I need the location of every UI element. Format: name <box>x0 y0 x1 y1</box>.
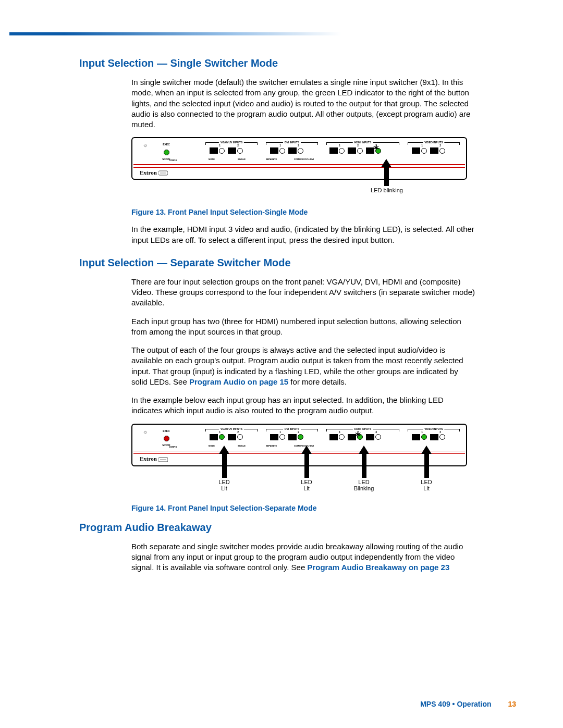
input-button[interactable] <box>412 434 420 440</box>
sublabel: MODE <box>209 445 215 447</box>
input-button[interactable] <box>366 434 374 440</box>
input-led <box>237 148 243 154</box>
config-label: CONFIG <box>169 446 177 448</box>
input-led <box>298 148 303 154</box>
input-button[interactable] <box>430 147 438 154</box>
heading-program-audio: Program Audio Breakaway <box>79 522 475 534</box>
input-led <box>339 434 345 440</box>
input-button[interactable] <box>210 147 218 154</box>
input-led <box>279 434 285 440</box>
light-icon: ☼ <box>143 429 148 435</box>
sublabel: SINGLE <box>238 445 246 447</box>
config-label: CONFIG <box>169 159 177 162</box>
page-header-bar <box>9 32 563 35</box>
input-led <box>439 148 445 154</box>
link-program-audio-breakaway[interactable]: Program Audio Breakaway on page 23 <box>307 563 449 572</box>
input-led <box>279 148 285 154</box>
arrow-label: LED Lit <box>301 479 312 491</box>
arrow-stem <box>362 454 366 478</box>
input-button[interactable] <box>228 147 236 154</box>
exec-led <box>164 436 169 441</box>
figure-caption-13: Figure 13. Front Panel Input Selection-S… <box>131 208 475 216</box>
heading-separate-mode: Input Selection — Separate Switcher Mode <box>79 257 475 269</box>
brand-logo: Extron <box>140 169 168 176</box>
arrow-icon <box>421 446 432 454</box>
paragraph: The output of each of the four groups is… <box>131 345 475 387</box>
input-button[interactable] <box>348 147 356 154</box>
arrow-label: LED Lit <box>421 479 432 491</box>
input-led <box>219 148 225 154</box>
input-led <box>339 148 345 154</box>
input-led-blinking <box>375 148 381 154</box>
input-button[interactable] <box>270 147 278 154</box>
group-label-video: VIDEO INPUTS <box>423 427 444 430</box>
front-panel-diagram-separate: ☼ EXEC MODE CONFIG Extron VGA/YUV INPUTS… <box>131 424 467 466</box>
arrow-stem <box>304 454 309 478</box>
input-button[interactable] <box>366 147 374 154</box>
arrow-label: LED blinking <box>371 187 403 193</box>
page-footer: MPS 409 • Operation 13 <box>420 700 516 708</box>
arrow-stem <box>424 454 429 478</box>
figure-caption-14: Figure 14. Front Panel Input Selection-S… <box>131 504 475 512</box>
arrow-stem <box>384 167 389 186</box>
sublabel: SEPARATE <box>266 158 277 161</box>
input-led-lit <box>421 434 427 440</box>
input-button[interactable] <box>288 434 297 440</box>
input-led <box>237 434 243 440</box>
group-label-vga: VGA/YUV INPUTS <box>219 141 244 144</box>
group-label-hdmi: HDMI INPUTS <box>353 427 373 430</box>
sublabel: COMBINE DVI-HDMI <box>294 158 314 161</box>
input-led-lit <box>219 434 225 440</box>
input-led-lit <box>298 434 303 440</box>
arrow-label: LED Lit <box>218 479 229 491</box>
group-label-video: VIDEO INPUTS <box>423 141 444 144</box>
exec-led <box>164 150 169 155</box>
group-label-vga: VGA/YUV INPUTS <box>219 427 244 430</box>
sublabel: SEPARATE <box>266 445 277 447</box>
input-button[interactable] <box>348 434 356 440</box>
arrow-icon <box>381 159 391 167</box>
paragraph: In single switcher mode (default) the sw… <box>131 77 475 130</box>
arrow-stem <box>222 454 227 478</box>
input-button[interactable] <box>329 434 338 440</box>
paragraph: Both separate and single switcher modes … <box>131 541 475 573</box>
link-program-audio[interactable]: Program Audio on page 15 <box>189 377 288 386</box>
input-button[interactable] <box>430 434 438 440</box>
exec-label: EXEC <box>153 430 179 433</box>
footer-doc-title: MPS 409 • Operation <box>420 700 491 708</box>
input-button[interactable] <box>210 434 218 440</box>
input-button[interactable] <box>288 147 297 154</box>
arrow-icon <box>219 446 229 454</box>
input-button[interactable] <box>329 147 338 154</box>
input-button[interactable] <box>412 147 420 154</box>
group-label-hdmi: HDMI INPUTS <box>353 141 373 144</box>
input-led <box>357 148 363 154</box>
input-button[interactable] <box>270 434 278 440</box>
exec-label: EXEC <box>153 143 179 146</box>
arrow-icon <box>359 446 369 454</box>
input-led <box>375 434 381 440</box>
sublabel: MODE <box>209 158 215 161</box>
input-button[interactable] <box>228 434 236 440</box>
light-icon: ☼ <box>143 142 148 148</box>
input-led <box>421 148 427 154</box>
heading-single-mode: Input Selection — Single Switcher Mode <box>79 57 475 69</box>
input-led <box>439 434 445 440</box>
paragraph: In the example, HDMI input 3 video and a… <box>131 224 475 245</box>
arrow-label: LED Blinking <box>354 479 374 491</box>
input-led-blinking <box>357 434 363 440</box>
paragraph: Each input group has two (three for HDMI… <box>131 316 475 338</box>
arrow-icon <box>301 446 312 454</box>
footer-page-number: 13 <box>508 700 516 708</box>
sublabel: SINGLE <box>238 158 246 161</box>
paragraph: There are four input selection groups on… <box>131 277 475 309</box>
front-panel-diagram-single: ☼ EXEC MODE CONFIG Extron VGA/YUV INPUTS… <box>131 137 467 180</box>
brand-logo: Extron <box>140 455 168 462</box>
paragraph: In the example below each input group ha… <box>131 395 475 416</box>
